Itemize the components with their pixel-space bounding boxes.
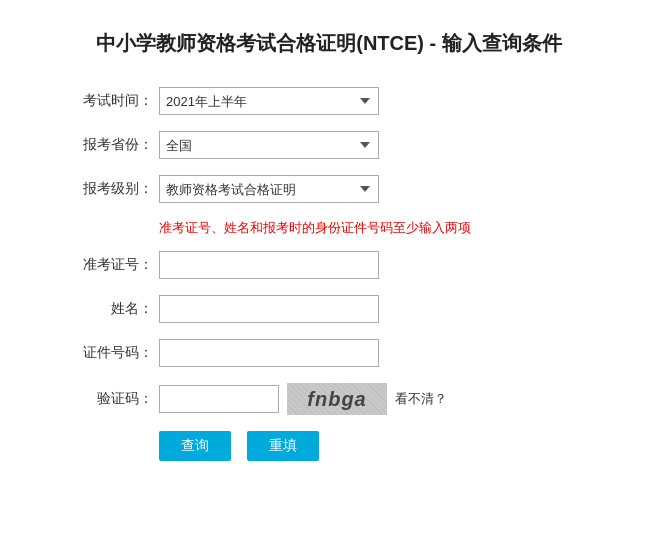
- province-label: 报考省份: [69, 136, 159, 154]
- id-row: 证件号码: [69, 339, 589, 367]
- reset-button[interactable]: 重填: [247, 431, 319, 461]
- id-label: 证件号码: [69, 344, 159, 362]
- category-select[interactable]: 教师资格考试合格证明 幼儿园 小学 初中: [159, 175, 379, 203]
- name-row: 姓名: [69, 295, 589, 323]
- category-label: 报考级别: [69, 180, 159, 198]
- name-input[interactable]: [159, 295, 379, 323]
- page-container: 中小学教师资格考试合格证明(NTCE) - 输入查询条件 考试时间 2021年上…: [0, 0, 658, 544]
- province-select[interactable]: 全国 北京 上海 广东: [159, 131, 379, 159]
- page-title: 中小学教师资格考试合格证明(NTCE) - 输入查询条件: [30, 30, 628, 57]
- province-row: 报考省份 全国 北京 上海 广东: [69, 131, 589, 159]
- captcha-text: fnbga: [307, 388, 366, 411]
- category-row: 报考级别 教师资格考试合格证明 幼儿园 小学 初中: [69, 175, 589, 203]
- captcha-row: 验证码 fnbga 看不清？: [69, 383, 589, 415]
- id-input[interactable]: [159, 339, 379, 367]
- form-wrapper: 考试时间 2021年上半年 2020年下半年 2020年上半年 报考省份 全国 …: [69, 87, 589, 461]
- captcha-label: 验证码: [69, 390, 159, 408]
- exam-time-row: 考试时间 2021年上半年 2020年下半年 2020年上半年: [69, 87, 589, 115]
- exam-time-select[interactable]: 2021年上半年 2020年下半年 2020年上半年: [159, 87, 379, 115]
- error-message: 准考证号、姓名和报考时的身份证件号码至少输入两项: [159, 219, 589, 237]
- captcha-image[interactable]: fnbga: [287, 383, 387, 415]
- ticket-input[interactable]: [159, 251, 379, 279]
- query-button[interactable]: 查询: [159, 431, 231, 461]
- exam-time-label: 考试时间: [69, 92, 159, 110]
- ticket-row: 准考证号: [69, 251, 589, 279]
- name-label: 姓名: [69, 300, 159, 318]
- captcha-refresh-link[interactable]: 看不清？: [395, 390, 447, 408]
- button-row: 查询 重填: [159, 431, 589, 461]
- ticket-label: 准考证号: [69, 256, 159, 274]
- captcha-input[interactable]: [159, 385, 279, 413]
